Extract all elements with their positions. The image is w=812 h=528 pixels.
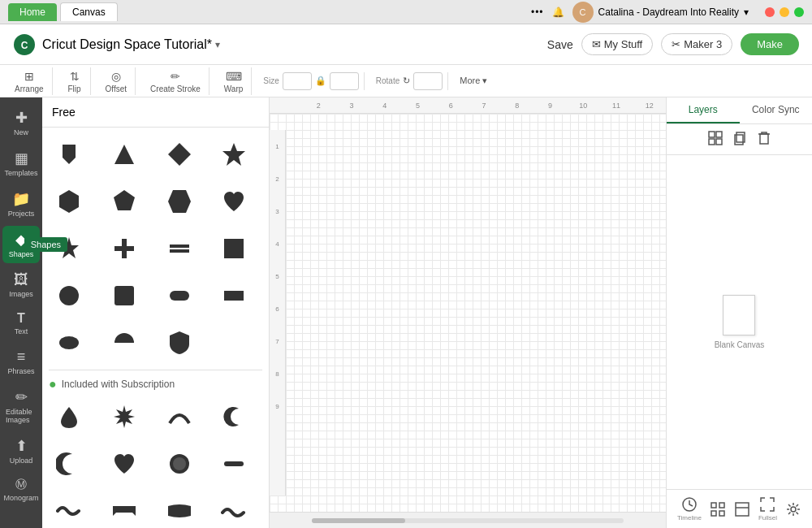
shape-seal[interactable] <box>104 396 145 437</box>
project-title[interactable]: Cricut Design Space Tutorial* ▾ <box>42 37 220 52</box>
svg-rect-13 <box>170 249 189 253</box>
sidebar-item-templates[interactable]: ▦ Templates <box>2 145 40 182</box>
svg-rect-27 <box>716 132 722 137</box>
svg-rect-11 <box>114 246 134 251</box>
minimize-button[interactable] <box>780 7 789 17</box>
rotate-icon: ↻ <box>403 76 410 86</box>
width-input[interactable] <box>283 72 312 90</box>
shape-diamond[interactable] <box>159 134 200 175</box>
make-button[interactable]: Make <box>741 33 799 55</box>
sidebar-item-images[interactable]: 🖼 Images <box>2 266 40 303</box>
shape-chevron[interactable] <box>49 134 89 175</box>
group-button[interactable] <box>708 131 723 148</box>
shape-halfcircle[interactable] <box>104 322 145 363</box>
shape-drop[interactable] <box>49 396 89 437</box>
images-icon: 🖼 <box>14 271 28 288</box>
shape-crescent2[interactable] <box>49 444 89 484</box>
canvas-bottom-bar <box>270 512 666 528</box>
fullscreen-icon <box>759 496 775 513</box>
panel-view-button[interactable] <box>734 501 750 517</box>
sidebar-item-editable-images[interactable]: ✏ Editable Images <box>2 383 40 429</box>
sidebar-item-new[interactable]: ✚ New <box>2 104 40 141</box>
sidebar-item-text[interactable]: T Text <box>2 306 40 340</box>
sidebar-item-editable-images-label: Editable Images <box>6 408 37 424</box>
tab-layers[interactable]: Layers <box>667 97 740 123</box>
rotate-label: Rotate <box>376 76 400 85</box>
title-bar: Home Canvas ••• 🔔 C Catalina - Daydream … <box>0 0 812 24</box>
tab-canvas-label: Canvas <box>72 6 106 18</box>
timeline-button[interactable]: Timeline <box>677 496 702 522</box>
ruler-mark: 4 <box>368 102 401 110</box>
color-sync-tab-label: Color Sync <box>752 104 800 115</box>
shape-star5[interactable] <box>214 134 254 175</box>
toolbar-flip-group: ⇅ Flip <box>59 67 91 95</box>
maximize-button[interactable] <box>794 7 804 17</box>
more-button[interactable]: ••• <box>531 6 544 18</box>
user-info[interactable]: C Catalina - Daydream Into Reality ▾ <box>572 2 749 23</box>
ruler-mark: 6 <box>434 102 468 110</box>
sidebar-item-upload[interactable]: ⬆ Upload <box>2 432 40 470</box>
shape-banner2[interactable] <box>159 491 200 528</box>
shape-square3[interactable] <box>214 275 254 316</box>
tab-color-sync[interactable]: Color Sync <box>740 97 813 123</box>
canvas-area[interactable]: 2 3 4 5 6 7 8 9 10 11 12 1 2 3 4 5 6 <box>270 97 666 528</box>
rotate-input[interactable] <box>413 72 443 90</box>
shape-shield[interactable] <box>159 322 200 363</box>
sidebar-item-projects[interactable]: 📁 Projects <box>2 185 40 223</box>
sidebar-item-monogram[interactable]: Ⓜ Monogram <box>2 473 40 507</box>
offset-button[interactable]: ◎ Offset <box>102 67 131 95</box>
shape-heart2[interactable] <box>104 444 145 484</box>
shape-hexagon2[interactable] <box>159 181 200 222</box>
shape-circle[interactable] <box>49 275 89 316</box>
warp-button[interactable]: ⌨ Warp <box>221 67 247 95</box>
shape-crescent[interactable] <box>214 396 254 437</box>
ruler-horizontal: 2 3 4 5 6 7 8 9 10 11 12 <box>270 97 666 114</box>
shape-pentagon[interactable] <box>104 181 145 222</box>
more-button[interactable]: More ▾ <box>460 76 487 86</box>
shape-oval[interactable] <box>49 322 89 363</box>
my-stuff-button[interactable]: ✉ My Stuff <box>581 33 653 55</box>
sidebar-item-phrases[interactable]: ≡ Phrases <box>2 344 40 380</box>
shape-plus[interactable] <box>104 228 145 269</box>
shape-square[interactable] <box>214 228 254 269</box>
shape-heart[interactable] <box>214 181 254 222</box>
shape-stadium[interactable] <box>159 275 200 316</box>
offset-label: Offset <box>106 84 127 93</box>
close-button[interactable] <box>765 7 775 17</box>
maker-button[interactable]: ✂ Maker 3 <box>661 33 732 55</box>
shape-banner1[interactable] <box>104 491 145 528</box>
create-stroke-button[interactable]: ✏ Create Stroke <box>147 67 204 95</box>
shape-tilde[interactable] <box>214 491 254 528</box>
shape-square2[interactable] <box>104 275 145 316</box>
save-button[interactable]: Save <box>547 38 573 51</box>
warp-label: Warp <box>224 84 244 93</box>
arrange-button[interactable]: ⊞ Arrange <box>11 67 47 95</box>
layers-tab-label: Layers <box>689 104 718 115</box>
horizontal-scrollbar[interactable] <box>312 518 405 523</box>
shape-seal2[interactable] <box>159 444 200 484</box>
shape-dash[interactable] <box>214 444 254 484</box>
height-input[interactable] <box>330 72 359 90</box>
fullscreen-button[interactable]: Fullsel <box>758 496 777 522</box>
svg-rect-23 <box>224 461 244 466</box>
sidebar-item-text-label: Text <box>15 327 28 335</box>
settings-button[interactable] <box>785 501 801 517</box>
delete-button[interactable] <box>757 131 771 148</box>
shape-triangle[interactable] <box>104 134 145 175</box>
shape-hexagon[interactable] <box>49 181 89 222</box>
ruler-mark: 2 <box>302 102 335 110</box>
sidebar-item-shapes[interactable]: ◆ Shapes Shapes <box>2 226 40 263</box>
tab-canvas[interactable]: Canvas <box>60 2 118 21</box>
panel-content: ● Included with Subscription <box>42 128 269 528</box>
bell-icon[interactable]: 🔔 <box>552 6 564 18</box>
grid-button[interactable] <box>710 501 726 517</box>
shape-arc[interactable] <box>159 396 200 437</box>
shape-equals[interactable] <box>159 228 200 269</box>
shape-wave[interactable] <box>49 491 89 528</box>
duplicate-icon <box>732 131 747 145</box>
canvas-grid[interactable] <box>270 114 666 512</box>
left-sidebar: ✚ New ▦ Templates 📁 Projects ◆ Shapes Sh… <box>0 97 42 528</box>
duplicate-button[interactable] <box>732 131 747 148</box>
flip-button[interactable]: ⇅ Flip <box>64 67 85 95</box>
tab-home[interactable]: Home <box>8 3 57 21</box>
